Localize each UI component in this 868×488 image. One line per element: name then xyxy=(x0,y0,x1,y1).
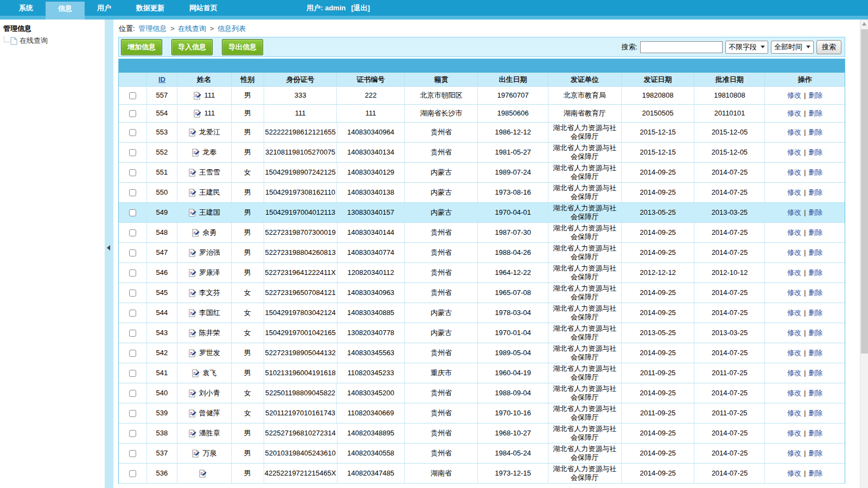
scrollbar-thumb[interactable] xyxy=(861,29,868,354)
row-checkbox[interactable] xyxy=(129,350,136,357)
edit-document-icon[interactable] xyxy=(199,470,207,478)
edit-link[interactable]: 修改 xyxy=(787,208,801,217)
delete-link[interactable]: 删除 xyxy=(808,208,822,217)
delete-link[interactable]: 删除 xyxy=(808,389,822,397)
edit-document-icon[interactable] xyxy=(188,269,196,277)
edit-link[interactable]: 修改 xyxy=(787,109,801,118)
edit-link[interactable]: 修改 xyxy=(787,228,801,237)
edit-document-icon[interactable] xyxy=(192,369,200,377)
edit-link[interactable]: 修改 xyxy=(787,148,801,157)
delete-link[interactable]: 删除 xyxy=(808,91,822,100)
delete-link[interactable]: 删除 xyxy=(808,449,822,458)
row-checkbox[interactable] xyxy=(129,92,136,99)
collapse-arrow-icon[interactable] xyxy=(107,245,110,251)
edit-document-icon[interactable] xyxy=(188,169,196,177)
edit-link[interactable]: 修改 xyxy=(787,449,801,458)
edit-link[interactable]: 修改 xyxy=(787,309,801,317)
vertical-scrollbar[interactable] xyxy=(860,20,868,488)
edit-document-icon[interactable] xyxy=(188,209,196,217)
add-info-button[interactable]: 增加信息 xyxy=(121,39,162,55)
delete-link[interactable]: 删除 xyxy=(808,128,822,137)
delete-link[interactable]: 删除 xyxy=(808,309,822,317)
row-checkbox[interactable] xyxy=(129,209,136,216)
nav-item-user[interactable]: 用户 xyxy=(85,0,124,16)
export-info-button[interactable]: 导出信息 xyxy=(222,39,263,55)
row-checkbox[interactable] xyxy=(129,410,136,417)
import-info-button[interactable]: 导入信息 xyxy=(171,39,213,55)
time-select[interactable]: 全部时间 xyxy=(771,41,814,54)
delete-link[interactable]: 删除 xyxy=(808,228,822,237)
logout-link[interactable]: [退出] xyxy=(351,4,370,12)
delete-link[interactable]: 删除 xyxy=(808,109,822,118)
edit-document-icon[interactable] xyxy=(192,450,200,458)
row-checkbox[interactable] xyxy=(129,470,136,477)
edit-document-icon[interactable] xyxy=(188,289,196,297)
row-checkbox[interactable] xyxy=(129,450,136,457)
edit-link[interactable]: 修改 xyxy=(787,128,801,137)
row-checkbox[interactable] xyxy=(129,430,136,437)
edit-link[interactable]: 修改 xyxy=(787,248,801,257)
delete-link[interactable]: 删除 xyxy=(808,409,822,418)
row-checkbox[interactable] xyxy=(129,310,136,317)
sidebar-item-online-query[interactable]: 在线查询 xyxy=(4,36,105,46)
row-checkbox[interactable] xyxy=(129,269,136,277)
edit-link[interactable]: 修改 xyxy=(787,429,801,438)
edit-link[interactable]: 修改 xyxy=(787,349,801,357)
delete-link[interactable]: 删除 xyxy=(808,429,822,438)
edit-document-icon[interactable] xyxy=(192,229,200,237)
edit-document-icon[interactable] xyxy=(193,110,201,118)
edit-link[interactable]: 修改 xyxy=(787,369,801,377)
sidebar-splitter[interactable] xyxy=(105,20,113,488)
edit-document-icon[interactable] xyxy=(188,429,196,438)
delete-link[interactable]: 删除 xyxy=(808,188,822,197)
delete-link[interactable]: 删除 xyxy=(808,469,822,478)
delete-link[interactable]: 删除 xyxy=(808,288,822,297)
delete-link[interactable]: 删除 xyxy=(808,168,822,177)
edit-document-icon[interactable] xyxy=(188,129,196,137)
row-checkbox[interactable] xyxy=(129,390,136,397)
nav-item-info[interactable]: 信息 xyxy=(46,2,85,20)
row-checkbox[interactable] xyxy=(129,229,136,236)
search-input[interactable] xyxy=(640,41,723,53)
row-checkbox[interactable] xyxy=(129,110,136,117)
edit-document-icon[interactable] xyxy=(193,92,201,100)
edit-document-icon[interactable] xyxy=(192,149,200,157)
col-header-1[interactable]: ID xyxy=(147,73,177,86)
scroll-up-icon[interactable] xyxy=(862,22,866,25)
edit-link[interactable]: 修改 xyxy=(787,188,801,197)
row-checkbox[interactable] xyxy=(129,189,136,196)
delete-link[interactable]: 删除 xyxy=(808,248,822,257)
row-checkbox[interactable] xyxy=(129,249,136,256)
edit-document-icon[interactable] xyxy=(188,189,196,197)
breadcrumb-link-manage-info[interactable]: 管理信息 xyxy=(138,24,167,33)
edit-link[interactable]: 修改 xyxy=(787,469,801,478)
breadcrumb-link-online-query[interactable]: 在线查询 xyxy=(178,24,206,33)
edit-link[interactable]: 修改 xyxy=(787,91,801,100)
edit-link[interactable]: 修改 xyxy=(787,268,801,277)
delete-link[interactable]: 删除 xyxy=(808,148,822,157)
edit-link[interactable]: 修改 xyxy=(787,389,801,397)
delete-link[interactable]: 删除 xyxy=(808,349,822,357)
edit-link[interactable]: 修改 xyxy=(787,329,801,337)
row-checkbox[interactable] xyxy=(129,370,136,377)
row-checkbox[interactable] xyxy=(129,330,136,337)
search-button[interactable]: 搜索 xyxy=(816,40,841,54)
edit-link[interactable]: 修改 xyxy=(787,168,801,177)
field-select[interactable]: 不限字段 xyxy=(725,41,768,54)
nav-item-site-home[interactable]: 网站首页 xyxy=(177,0,230,16)
delete-link[interactable]: 删除 xyxy=(808,369,822,377)
delete-link[interactable]: 删除 xyxy=(808,268,822,277)
row-checkbox[interactable] xyxy=(129,129,136,136)
edit-link[interactable]: 修改 xyxy=(787,409,801,418)
nav-item-data-update[interactable]: 数据更新 xyxy=(124,0,177,16)
edit-document-icon[interactable] xyxy=(188,329,196,337)
edit-document-icon[interactable] xyxy=(188,249,196,257)
edit-document-icon[interactable] xyxy=(188,349,196,357)
delete-link[interactable]: 删除 xyxy=(808,329,822,337)
edit-document-icon[interactable] xyxy=(188,309,196,317)
row-checkbox[interactable] xyxy=(129,169,136,176)
edit-document-icon[interactable] xyxy=(188,389,196,397)
edit-document-icon[interactable] xyxy=(188,409,196,418)
nav-item-system[interactable]: 系统 xyxy=(7,0,46,16)
edit-link[interactable]: 修改 xyxy=(787,288,801,297)
